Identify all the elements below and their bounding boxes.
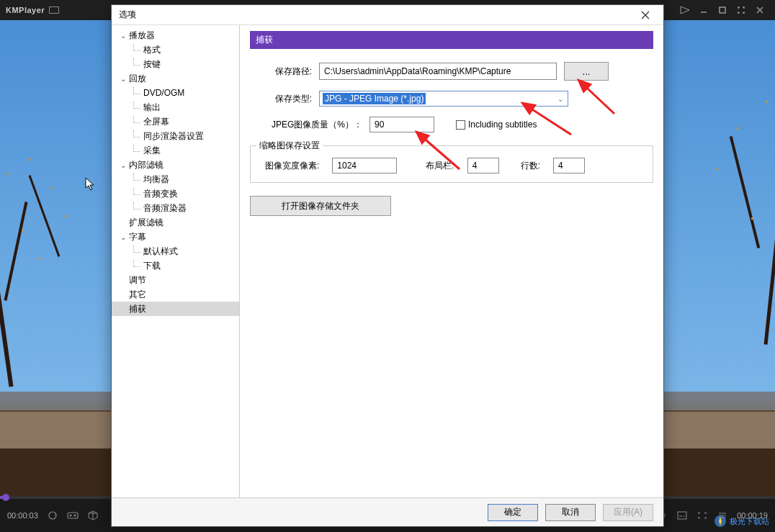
- tree-node-output[interactable]: 输出: [112, 100, 239, 114]
- tree-node-player[interactable]: ⌄ 播放器: [112, 28, 239, 42]
- svg-point-4: [69, 515, 71, 517]
- chevron-down-icon: ⌄: [119, 75, 127, 83]
- current-time: 00:00:03: [7, 511, 38, 520]
- app-logo-text: KMPlayer: [6, 6, 45, 14]
- save-path-label: 保存路径:: [250, 66, 312, 78]
- tree-node-fullscreen[interactable]: 全屏幕: [112, 114, 239, 129]
- mouse-cursor-icon: [85, 177, 97, 191]
- svg-point-5: [73, 515, 76, 517]
- options-dialog: 选项 ⌄ 播放器 格式 按键 ⌄ 回放 DVD/OGM 输出 全屏幕 同步渲染器…: [111, 4, 664, 527]
- layout-col-label: 布局栏:: [426, 160, 454, 172]
- subtitle-icon[interactable]: [676, 510, 688, 521]
- fullscreen-button[interactable]: [732, 3, 751, 17]
- rows-label: 行数:: [521, 160, 540, 172]
- tree-node-audio-renderer[interactable]: 音频渲染器: [112, 201, 239, 215]
- svg-rect-3: [68, 513, 78, 518]
- app-logo-icon: [49, 6, 59, 14]
- rotate-icon[interactable]: [47, 510, 58, 521]
- vr-icon[interactable]: [67, 510, 79, 521]
- chevron-down-icon: ⌄: [119, 233, 127, 241]
- minimize-button[interactable]: [694, 3, 713, 17]
- save-path-input[interactable]: [319, 63, 557, 80]
- cube-icon[interactable]: [87, 510, 99, 521]
- include-subtitles-label: Including subtitles: [468, 120, 537, 130]
- watermark-text: 极光下载站: [730, 516, 769, 527]
- tree-node-audio-transform[interactable]: 音频变换: [112, 186, 239, 201]
- watermark: 极光下载站: [714, 515, 769, 528]
- dialog-footer: 确定 取消 应用(A): [112, 497, 663, 526]
- tree-node-dvd[interactable]: DVD/OGM: [112, 86, 239, 100]
- save-type-select[interactable]: JPG - JPEG Image (*.jpg) ⌄: [319, 91, 568, 107]
- jpeg-quality-label: JPEG图像质量（%）：: [272, 119, 362, 131]
- checkbox-icon: [456, 120, 465, 130]
- tree-node-internal-filter[interactable]: ⌄ 内部滤镜: [112, 158, 239, 172]
- tree-node-syncrender[interactable]: 同步渲染器设置: [112, 129, 239, 143]
- tree-node-default-style[interactable]: 默认样式: [112, 244, 239, 258]
- chevron-down-icon: ⌄: [557, 95, 563, 103]
- image-width-label: 图像宽度像素:: [265, 160, 319, 172]
- panel-header: 捕获: [250, 31, 653, 49]
- tree-node-ext-filter[interactable]: 扩展滤镜: [112, 215, 239, 230]
- apply-button[interactable]: 应用(A): [603, 504, 653, 521]
- tree-node-equalizer[interactable]: 均衡器: [112, 172, 239, 186]
- svg-rect-1: [720, 7, 725, 13]
- save-type-value: JPG - JPEG Image (*.jpg): [323, 93, 426, 104]
- chevron-down-icon: ⌄: [119, 161, 127, 169]
- expand-icon[interactable]: [696, 510, 708, 521]
- tree-node-download[interactable]: 下载: [112, 258, 239, 273]
- cast-icon[interactable]: [676, 3, 694, 17]
- rows-input[interactable]: [553, 158, 585, 173]
- open-folder-button[interactable]: 打开图像存储文件夹: [250, 196, 391, 216]
- tree-node-adjust[interactable]: 调节: [112, 273, 239, 287]
- dialog-close-button[interactable]: [635, 8, 656, 22]
- browse-button[interactable]: ...: [564, 62, 609, 81]
- dialog-titlebar: 选项: [112, 5, 663, 25]
- tree-node-capture-src[interactable]: 采集: [112, 143, 239, 158]
- save-type-label: 保存类型:: [250, 93, 312, 105]
- ok-button[interactable]: 确定: [488, 504, 538, 521]
- thumbnail-fieldset: 缩略图保存设置 图像宽度像素: 布局栏: 行数:: [250, 145, 653, 183]
- close-window-button[interactable]: [751, 3, 769, 17]
- tree-node-format[interactable]: 格式: [112, 42, 239, 57]
- capture-settings-panel: 捕获 保存路径: ... 保存类型: JPG - JPEG Image (*.j…: [240, 25, 663, 497]
- options-sidebar: ⌄ 播放器 格式 按键 ⌄ 回放 DVD/OGM 输出 全屏幕 同步渲染器设置 …: [112, 25, 240, 497]
- dialog-title: 选项: [119, 9, 635, 21]
- thumbnail-legend: 缩略图保存设置: [256, 140, 323, 152]
- cancel-button[interactable]: 取消: [545, 504, 596, 521]
- tree-node-other[interactable]: 其它: [112, 287, 239, 302]
- jpeg-quality-input[interactable]: [369, 117, 434, 132]
- tree-node-capture[interactable]: 捕获: [112, 302, 239, 316]
- tree-node-keys[interactable]: 按键: [112, 57, 239, 71]
- tree-node-subtitles[interactable]: ⌄ 字幕: [112, 230, 239, 244]
- tree-node-playback[interactable]: ⌄ 回放: [112, 71, 239, 86]
- image-width-input[interactable]: [332, 158, 397, 173]
- layout-col-input[interactable]: [467, 158, 499, 173]
- svg-rect-6: [678, 512, 686, 519]
- include-subtitles-checkbox[interactable]: Including subtitles: [456, 120, 537, 130]
- maximize-button[interactable]: [713, 3, 732, 17]
- chevron-down-icon: ⌄: [119, 32, 127, 40]
